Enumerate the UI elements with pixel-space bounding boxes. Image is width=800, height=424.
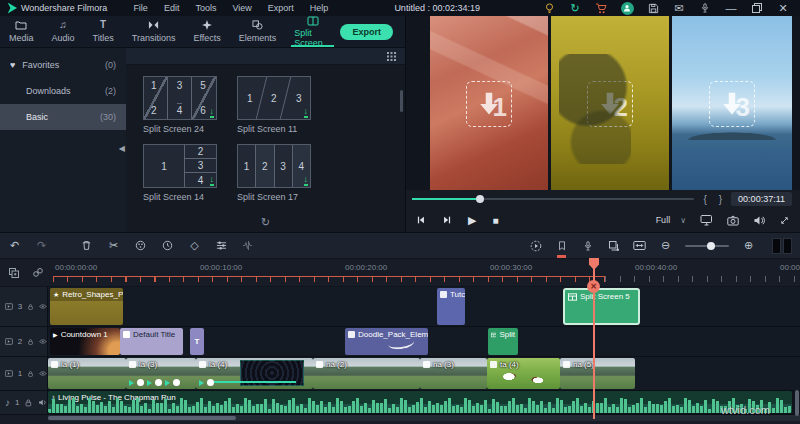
keyframe-icon[interactable]: ◇ [188,240,201,251]
play-button[interactable]: ▶ [468,214,476,227]
track-header-video-2[interactable]: 2 [0,327,48,356]
zoom-in-icon[interactable]: ⊕ [742,240,755,251]
stop-button[interactable]: ■ [492,215,498,226]
clip-retro-shapes[interactable]: ★Retro_Shapes_Pa [50,288,123,325]
timeline-hscrollbar[interactable] [48,415,800,421]
tab-audio[interactable]: ♫ Audio [43,16,84,47]
snap-link-icon[interactable] [32,267,44,278]
mixer-icon[interactable] [607,240,620,252]
lock-icon[interactable] [27,302,34,312]
account-icon[interactable] [616,0,638,16]
voiceover-mic-icon[interactable] [581,240,594,252]
zoom-fit-dropdown[interactable]: Full ∨ [656,215,686,225]
clip-title-t[interactable]: T [190,328,204,355]
tab-titles[interactable]: T Titles [84,16,123,47]
mark-out-icon[interactable]: } [716,194,725,205]
clip-split-screen-5[interactable]: Split Screen 5 [563,288,640,325]
menu-file[interactable]: File [125,3,156,13]
clip-na-2[interactable]: na (2) [313,358,420,389]
track-header-audio-1[interactable]: ♪ 1 [0,391,48,414]
delete-icon[interactable] [80,240,93,251]
undo-icon[interactable]: ↶ [8,240,21,251]
menu-view[interactable]: View [224,3,259,13]
clip-doodle-pack[interactable]: Doodle_Pack_Elem [345,328,428,355]
preset-split-screen-11[interactable]: 1 2 3 ↓ Split Screen 11 [237,76,323,134]
clip-la-4[interactable]: la (4) [196,358,313,389]
clip-tutc[interactable]: Tutc [437,288,465,325]
timeline-vscrollbar[interactable] [795,390,799,416]
lock-icon[interactable] [27,369,34,379]
menu-edit[interactable]: Edit [156,3,188,13]
preset-split-screen-17[interactable]: 1 2 3 4 ↓ Split Screen 17 [237,144,323,202]
clip-default-title[interactable]: Default Title [120,328,183,355]
tab-transitions[interactable]: Transitions [123,16,185,47]
minimize-button[interactable]: — [720,0,742,16]
seek-bar[interactable] [412,198,694,200]
playhead-scissors-icon[interactable]: ✕ [587,280,600,293]
refresh-icon[interactable]: ↻ [261,216,270,229]
tab-media[interactable]: Media [0,16,43,47]
next-frame-button[interactable] [442,215,452,225]
timeline-zoom-slider[interactable] [685,245,729,247]
sidebar-item-favorites[interactable]: ♥ Favorites (0) [0,52,126,78]
clip-ta-4[interactable]: ta (4) [487,358,560,389]
lock-icon[interactable] [27,337,34,347]
speed-clock-icon[interactable] [161,240,174,251]
eye-icon[interactable] [39,369,47,378]
sidebar-item-downloads[interactable]: Downloads (2) [0,78,126,104]
sync-icon[interactable]: ↻ [564,0,586,16]
clip-na-3[interactable]: na (3) [420,358,487,389]
clip-la-3[interactable]: la (3) [126,358,196,389]
color-palette-icon[interactable] [134,240,147,251]
clip-split[interactable]: Split [488,328,518,355]
preset-split-screen-24[interactable]: 1 2 3 4 5 6 ↓ Split Screen 24 [143,76,229,134]
export-button[interactable]: Export [340,24,393,40]
tab-elements[interactable]: Elements [230,16,286,47]
snapshot-camera-icon[interactable] [727,215,739,226]
split-scissors-icon[interactable]: ✂ [107,240,120,251]
time-ruler[interactable]: 00:00:00:00 00:00:10:00 00:00:20:00 00:0… [48,259,800,286]
hscroll-thumb[interactable] [48,416,236,420]
clip-la-1[interactable]: la (1) [48,358,126,389]
adjust-sliders-icon[interactable] [215,240,228,251]
mark-in-icon[interactable]: { [700,194,709,205]
volume-icon[interactable] [753,215,765,226]
seek-handle[interactable] [476,195,484,203]
dual-monitor-icon[interactable] [700,214,713,226]
tab-effects[interactable]: Effects [184,16,229,47]
preset-split-screen-14[interactable]: 1 2 3 4 ↓ Split Screen 14 [143,144,229,202]
zoom-to-fit-icon[interactable] [633,240,646,251]
panel-scrollbar[interactable] [400,90,403,112]
prev-frame-button[interactable] [416,215,426,225]
save-icon[interactable] [642,0,664,16]
zoom-out-icon[interactable]: ⊖ [659,240,672,251]
track-header-video-3[interactable]: 3 [0,287,48,326]
clip-countdown[interactable]: ▶Countdown 1 [50,328,120,355]
marker-icon[interactable] [555,240,568,252]
menu-export[interactable]: Export [260,3,302,13]
sidebar-collapse-arrow[interactable]: ◀ [119,144,125,153]
close-button[interactable]: ✕ [772,0,794,16]
track-header-video-1[interactable]: 1 [0,357,48,390]
menu-help[interactable]: Help [302,3,337,13]
clip-audio-living-pulse[interactable]: ♪Living Pulse - The Chapman Run [48,391,792,413]
restore-button[interactable] [746,0,768,16]
fullscreen-icon[interactable] [779,215,790,226]
tab-split-screen[interactable]: Split Screen [285,16,340,47]
detach-audio-icon[interactable] [242,240,255,251]
cart-icon[interactable] [590,0,612,16]
mail-icon[interactable]: ✉ [668,0,690,16]
lock-icon[interactable] [24,398,33,408]
grid-view-icon[interactable] [387,52,396,61]
zoom-slider-handle[interactable] [707,242,715,250]
eye-icon[interactable] [39,302,47,311]
eye-icon[interactable] [39,337,47,346]
mic-icon[interactable] [694,0,716,16]
manage-tracks-icon[interactable] [8,267,20,279]
menu-tools[interactable]: Tools [187,3,224,13]
sidebar-item-basic[interactable]: Basic (30) [0,104,126,130]
lightbulb-icon[interactable] [538,0,560,16]
playhead[interactable]: ✕ [593,259,595,419]
redo-icon[interactable]: ↷ [35,240,48,251]
clip-na-5[interactable]: na (5) [560,358,635,389]
